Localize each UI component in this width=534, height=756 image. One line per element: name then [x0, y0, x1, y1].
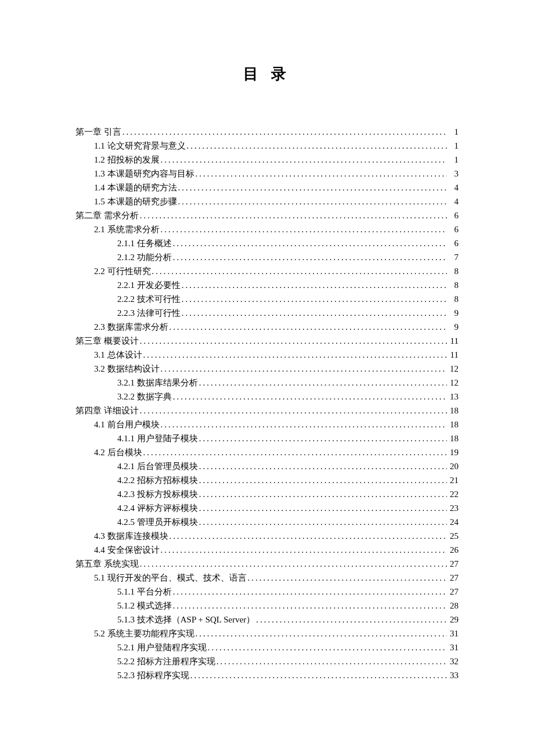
toc-entry-label: 第二章 需求分析 [75, 208, 139, 222]
toc-entry-label: 第四章 详细设计 [75, 404, 139, 417]
toc-entry-label: 4.2.5 管理员开标模块 [117, 515, 198, 529]
toc-entry: 1.4 本课题的研究方法4 [75, 181, 459, 195]
toc-leader-dots [186, 139, 448, 153]
toc-entry-page: 8 [447, 292, 459, 306]
toc-entry: 2.1.2 功能分析7 [75, 250, 459, 264]
toc-entry-label: 1.3 本课题研究内容与目标 [94, 167, 194, 181]
toc-leader-dots [198, 473, 447, 487]
toc-entry-label: 3.1 总体设计 [94, 348, 142, 362]
toc-entry-page: 27 [447, 571, 459, 585]
toc-entry-label: 1.1 论文研究背景与意义 [94, 139, 186, 153]
toc-entry-page: 20 [447, 459, 459, 473]
toc-entry: 1.3 本课题研究内容与目标3 [75, 167, 459, 181]
toc-entry-label: 5.2 系统主要功能程序实现 [94, 627, 194, 640]
toc-entry-page: 31 [447, 627, 459, 640]
toc-entry-page: 3 [447, 167, 459, 181]
toc-entry-page: 22 [447, 487, 459, 501]
toc-leader-dots [168, 320, 448, 334]
toc-leader-dots [142, 445, 448, 459]
toc-leader-dots [172, 599, 447, 613]
toc-leader-dots [151, 264, 448, 278]
toc-leader-dots [198, 487, 447, 501]
toc-entry-label: 2.1 系统需求分析 [94, 222, 160, 236]
toc-entry-label: 2.2.2 技术可行性 [117, 292, 181, 306]
toc-leader-dots [139, 404, 447, 417]
toc-entry: 第二章 需求分析6 [75, 208, 459, 222]
toc-entry-label: 第三章 概要设计 [75, 334, 139, 348]
toc-entry-page: 29 [447, 613, 459, 627]
toc-entry-page: 6 [447, 222, 459, 236]
toc-entry-page: 12 [447, 362, 459, 376]
toc-entry: 3.2.1 数据库结果分析12 [75, 376, 459, 390]
toc-leader-dots [142, 348, 448, 362]
toc-entry-label: 2.2.3 法律可行性 [117, 306, 181, 320]
toc-leader-dots [247, 571, 448, 585]
toc-entry-page: 13 [447, 390, 459, 404]
toc-entry-label: 3.2.1 数据库结果分析 [117, 376, 198, 390]
toc-entry-page: 4 [447, 181, 459, 195]
toc-entry-label: 3.2.2 数据字典 [117, 390, 172, 404]
toc-entry-page: 28 [447, 599, 459, 613]
toc-leader-dots [181, 292, 447, 306]
toc-leader-dots [194, 167, 448, 181]
toc-leader-dots [177, 195, 448, 208]
toc-entry-page: 1 [447, 153, 459, 167]
toc-entry-label: 2.3 数据库需求分析 [94, 320, 168, 334]
toc-entry: 2.2 可行性研究8 [75, 264, 459, 278]
toc-entry: 5.1.3 技术选择（ASP + SQL Server）29 [75, 613, 459, 627]
toc-entry-label: 5.1 现行开发的平台、模式、技术、语言 [94, 571, 247, 585]
toc-entry-page: 6 [447, 208, 459, 222]
toc-entry-page: 26 [447, 543, 459, 557]
toc-entry-label: 2.2 可行性研究 [94, 264, 151, 278]
toc-entry-page: 21 [447, 473, 459, 487]
toc-leader-dots [139, 334, 447, 348]
toc-entry-page: 1 [447, 125, 459, 139]
toc-leader-dots [181, 278, 447, 292]
toc-leader-dots [177, 181, 448, 195]
toc-entry: 第一章 引言1 [75, 125, 459, 139]
toc-leader-dots [160, 362, 448, 376]
toc-leader-dots [172, 236, 447, 250]
toc-entry: 5.2.1 用户登陆程序实现31 [75, 640, 459, 654]
toc-leader-dots [168, 529, 448, 543]
toc-leader-dots [172, 585, 447, 599]
toc-entry-page: 11 [447, 334, 459, 348]
toc-entry-label: 4.1 前台用户模块 [94, 417, 160, 431]
toc-entry-page: 18 [447, 404, 459, 417]
toc-entry-label: 4.2 后台模块 [94, 445, 142, 459]
toc-entry: 1.2 招投标的发展1 [75, 153, 459, 167]
toc-entry-page: 12 [447, 376, 459, 390]
toc-leader-dots [198, 431, 447, 445]
toc-entry: 5.1.2 模式选择28 [75, 599, 459, 613]
document-page: 目 录 第一章 引言11.1 论文研究背景与意义11.2 招投标的发展11.3 … [0, 0, 534, 717]
toc-entry: 5.1 现行开发的平台、模式、技术、语言27 [75, 571, 459, 585]
toc-entry-label: 1.4 本课题的研究方法 [94, 181, 177, 195]
toc-entry: 4.2 后台模块19 [75, 445, 459, 459]
toc-entry-page: 27 [447, 585, 459, 599]
toc-entry-page: 8 [447, 264, 459, 278]
toc-entry-label: 4.4 安全保密设计 [94, 543, 160, 557]
toc-entry: 5.2 系统主要功能程序实现31 [75, 627, 459, 640]
toc-entry-label: 5.1.3 技术选择（ASP + SQL Server） [117, 613, 255, 627]
toc-leader-dots [255, 613, 447, 627]
toc-entry: 4.3 数据库连接模块25 [75, 529, 459, 543]
toc-list: 第一章 引言11.1 论文研究背景与意义11.2 招投标的发展11.3 本课题研… [75, 125, 459, 682]
toc-entry-label: 4.3 数据库连接模块 [94, 529, 168, 543]
toc-leader-dots [181, 306, 447, 320]
toc-entry-label: 4.2.2 招标方招标模块 [117, 473, 198, 487]
toc-entry-page: 23 [447, 501, 459, 515]
toc-leader-dots [198, 501, 447, 515]
toc-entry: 5.2.3 招标程序实现33 [75, 668, 459, 682]
toc-entry-label: 2.2.1 开发必要性 [117, 278, 181, 292]
toc-entry-label: 第五章 系统实现 [75, 557, 139, 571]
toc-entry-page: 24 [447, 515, 459, 529]
toc-entry: 第四章 详细设计18 [75, 404, 459, 417]
toc-entry: 4.2.4 评标方评标模块23 [75, 501, 459, 515]
toc-entry-page: 8 [447, 278, 459, 292]
toc-entry-page: 33 [447, 668, 459, 682]
toc-leader-dots [139, 208, 447, 222]
toc-entry-page: 11 [447, 348, 459, 362]
toc-entry-page: 18 [447, 417, 459, 431]
toc-entry-label: 4.2.4 评标方评标模块 [117, 501, 198, 515]
toc-entry: 4.1.1 用户登陆子模块18 [75, 431, 459, 445]
